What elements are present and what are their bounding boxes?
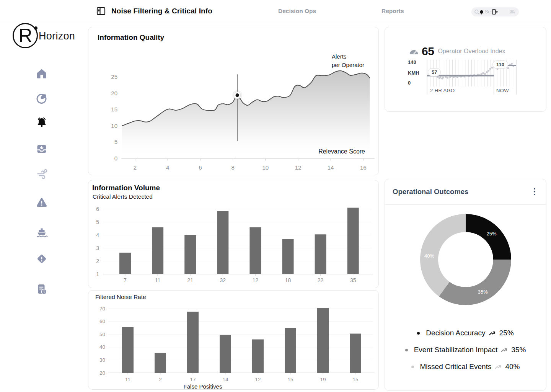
card-title: Information Volume	[92, 184, 160, 192]
brand-monogram: R	[18, 24, 32, 47]
legend-item[interactable]: Missed Critical Events40%	[411, 361, 520, 372]
svg-text:2: 2	[159, 377, 162, 382]
sidebar-item-inbox[interactable]	[35, 142, 48, 155]
filtered-noise-rate-card: 203040506070112171412151915 Filtered Noi…	[88, 290, 379, 390]
bar	[350, 334, 361, 373]
bar	[252, 340, 264, 373]
bar	[317, 308, 329, 373]
y-axis-min: 0	[408, 80, 422, 86]
svg-text:40: 40	[99, 344, 105, 350]
x-axis-label: Relevance Score	[318, 148, 365, 155]
svg-text:40%: 40%	[424, 253, 434, 259]
sidebar-item-shipping[interactable]	[35, 227, 48, 240]
svg-text:22: 22	[318, 277, 324, 283]
bar	[155, 353, 166, 373]
svg-text:5: 5	[114, 139, 117, 145]
alert-diamond-icon	[36, 253, 48, 265]
svg-text:15: 15	[111, 106, 117, 113]
nav-decision-ops[interactable]: Decision Ops	[278, 0, 316, 22]
svg-text:2: 2	[96, 258, 99, 264]
svg-text:12: 12	[253, 277, 259, 283]
topbar: Noise Filtering & Critical Info Decision…	[0, 0, 551, 22]
legend-bullet	[411, 366, 414, 368]
svg-text:20: 20	[111, 90, 117, 96]
notification-bell-icon[interactable]	[479, 9, 484, 15]
sidebar-item-warnings[interactable]	[35, 196, 48, 209]
trend-up-icon	[489, 330, 496, 336]
svg-text:25: 25	[111, 74, 117, 80]
card-title: Filtered Noise Rate	[95, 294, 146, 301]
svg-text:30: 30	[99, 357, 105, 363]
donut-segment	[466, 214, 511, 260]
svg-text:70: 70	[99, 306, 105, 312]
svg-text:35%: 35%	[478, 289, 488, 295]
outcomes-legend: Decision Accuracy25%Event Stabilization …	[385, 328, 546, 372]
sidebar-item-alerts[interactable]	[35, 116, 48, 129]
svg-text:21: 21	[187, 277, 193, 283]
svg-text:60: 60	[99, 318, 105, 324]
nav-reports[interactable]: Reports	[381, 0, 404, 22]
information-quality-card: 2468101214160510152025 Information Quali…	[88, 27, 379, 175]
information-volume-card: 123456711213212182235 Information Volume…	[88, 180, 379, 288]
svg-text:16: 16	[360, 164, 367, 171]
panel-layout-icon	[96, 7, 106, 16]
svg-text:15: 15	[352, 377, 358, 382]
bar	[249, 227, 261, 274]
legend-value: 35%	[511, 346, 526, 354]
card-title: Information Quality	[98, 33, 164, 42]
y-axis-max: 140	[408, 59, 422, 65]
y-axis-unit: KMH	[408, 70, 422, 76]
sidebar-item-scheduled-reports[interactable]	[35, 283, 48, 296]
bar	[119, 253, 131, 274]
baseline-marker-110: 110	[492, 60, 508, 69]
sidebar-item-home[interactable]	[35, 67, 48, 80]
gauge-icon	[409, 48, 419, 55]
legend-item[interactable]: Decision Accuracy25%	[417, 328, 514, 338]
svg-text:10: 10	[111, 122, 117, 129]
search-input[interactable]: Search ⌘/	[471, 7, 519, 16]
overload-strip-chart	[385, 27, 546, 111]
svg-text:10: 10	[262, 164, 269, 171]
bar	[184, 235, 196, 274]
operational-outcomes-card: Operational Outcomes 25%35%40% Decision …	[385, 179, 546, 391]
sidebar-item-airflow[interactable]	[35, 167, 48, 180]
svg-text:18: 18	[285, 277, 291, 283]
svg-text:11: 11	[155, 277, 161, 283]
bar	[347, 208, 359, 274]
brand-logo[interactable]: R	[13, 23, 38, 48]
legend-label: Decision Accuracy	[426, 329, 485, 337]
legend-value: 25%	[499, 329, 514, 337]
svg-text:3: 3	[96, 245, 99, 251]
wind-icon	[36, 167, 48, 179]
page-title: Noise Filtering & Critical Info	[111, 7, 212, 15]
filtered-noise-rate-chart: 203040506070112171412151915	[88, 291, 378, 389]
sidebar-item-incidents[interactable]	[35, 253, 48, 266]
x-axis-label: False Positives	[165, 383, 241, 390]
overload-value: 65	[422, 45, 434, 58]
legend-label: Missed Critical Events	[420, 363, 492, 371]
bar	[315, 234, 326, 274]
svg-text:19: 19	[320, 377, 326, 382]
svg-text:12: 12	[295, 164, 302, 171]
svg-text:0: 0	[114, 155, 117, 162]
explore-leaf-icon	[36, 92, 48, 105]
legend-item[interactable]: Event Stabilization Impact35%	[405, 345, 526, 355]
search-shortcut: ⌘/	[510, 9, 515, 15]
sidebar: R Horizon	[0, 0, 88, 392]
operator-overload-card: 65 Operator Overload Index 140 KMH 0 57 …	[385, 27, 546, 112]
sidebar-item-explore[interactable]	[35, 92, 48, 105]
exit-door-icon[interactable]	[492, 9, 498, 15]
bar	[220, 335, 231, 373]
app-root: R Horizon	[0, 0, 551, 392]
legend-label: Event Stabilization Impact	[414, 346, 498, 354]
bar	[285, 328, 296, 373]
bar	[217, 211, 228, 274]
svg-text:17: 17	[190, 377, 196, 382]
bar	[152, 227, 163, 274]
home-icon	[36, 67, 48, 80]
brand-name: Horizon	[39, 30, 75, 42]
svg-text:15: 15	[287, 377, 293, 382]
inbox-download-icon	[36, 142, 48, 155]
legend-value: 40%	[505, 363, 520, 371]
svg-text:5: 5	[96, 219, 99, 225]
